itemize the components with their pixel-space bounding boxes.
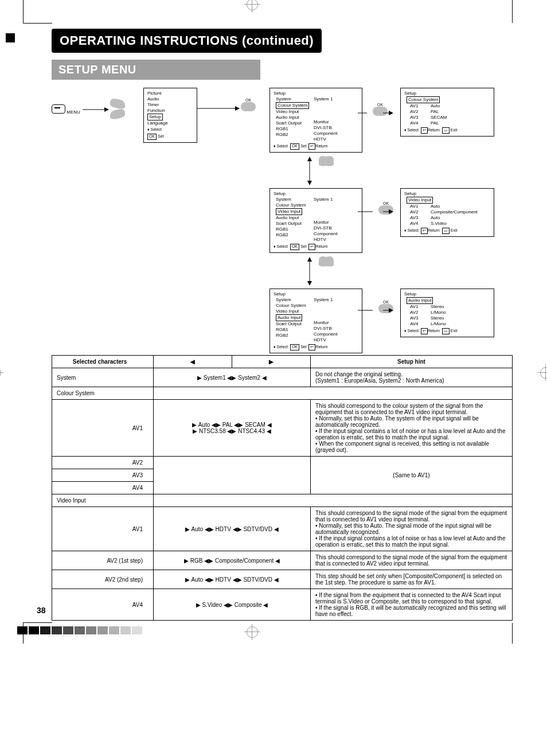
crop-mark xyxy=(512,0,513,23)
crop-mark xyxy=(23,622,52,644)
crop-mark xyxy=(23,0,52,24)
nav-down-button xyxy=(110,108,125,120)
nav-vertical xyxy=(304,157,315,186)
nav-vertical xyxy=(304,257,315,287)
page: OPERATING INSTRUCTIONS (continued) SETUP… xyxy=(0,0,547,644)
svg-marker-18 xyxy=(307,281,312,286)
main-menu-panel: Picture Audio Timer Function Setup Langu… xyxy=(143,88,197,143)
detail-panel: SetupAudio InputAV1StereoAV2L/MonoAV3Ste… xyxy=(400,289,494,337)
header-right-arrow: ▶ xyxy=(232,356,311,368)
header-left-arrow: ◀ xyxy=(154,356,232,368)
nav-up-button xyxy=(110,98,125,110)
registration-mark xyxy=(540,367,547,379)
registration-mark xyxy=(0,367,1,379)
setup-panel: SetupSystemColour SystemVideo InputAudio… xyxy=(269,88,362,153)
svg-marker-1 xyxy=(104,107,109,112)
menu-label: MENU xyxy=(67,110,80,115)
menu-flow-diagram: MENU Picture Audio Timer Function Setup … xyxy=(52,88,513,352)
detail-panel: SetupColour SystemAV1AutoAV2PALAV3SECAMA… xyxy=(400,88,494,137)
registration-mark xyxy=(247,0,258,10)
arrow-right-icon xyxy=(81,104,109,115)
header-setup-hint: Setup hint xyxy=(311,356,513,368)
svg-marker-17 xyxy=(307,257,312,262)
svg-marker-14 xyxy=(307,157,312,161)
arrow-right-icon xyxy=(358,107,392,119)
setup-panel: SetupSystemColour SystemVideo InputAudio… xyxy=(269,188,362,253)
crop-mark xyxy=(512,623,513,644)
detail-panel: SetupVideo InputAV1AutoAV2Composite/Comp… xyxy=(400,188,494,237)
header-selected-characters: Selected characters xyxy=(52,356,154,368)
registration-mark xyxy=(247,626,258,638)
section-title: SETUP MENU xyxy=(52,60,260,80)
page-number: 38 xyxy=(37,606,46,615)
svg-marker-15 xyxy=(307,181,312,185)
arrow-right-icon xyxy=(197,103,272,114)
setup-panel: SetupSystemColour SystemVideo InputAudio… xyxy=(269,289,362,353)
setup-hint-table: Selected characters ◀ ▶ Setup hint Syste… xyxy=(52,355,513,621)
menu-button-icon xyxy=(52,104,65,114)
arrow-right-icon xyxy=(358,206,392,217)
trim-mark xyxy=(6,33,15,42)
ok-button: OK xyxy=(241,98,256,112)
page-title: OPERATING INSTRUCTIONS (continued) xyxy=(52,29,322,53)
svg-marker-3 xyxy=(235,106,240,111)
arrow-right-icon xyxy=(358,305,392,316)
